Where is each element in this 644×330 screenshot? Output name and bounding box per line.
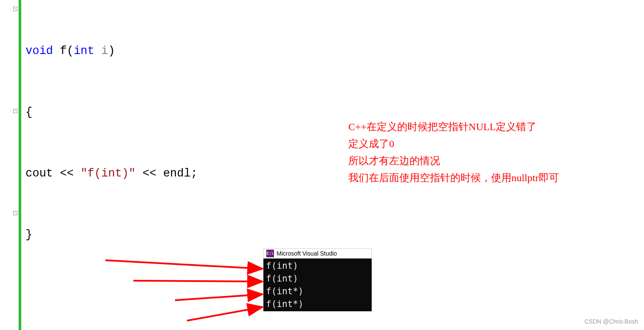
annotation-text: C++在定义的时候把空指针NULL定义错了 定义成了0 所以才有左边的情况 我们… — [348, 118, 559, 186]
function-name: f — [53, 41, 67, 61]
keyword-void: void — [25, 41, 53, 61]
annotation-line: 所以才有左边的情况 — [348, 152, 559, 169]
output-window: C:\ Microsoft Visual Studio f(int) f(int… — [263, 248, 372, 311]
operator-shift: << — [53, 163, 81, 184]
fold-toggle-icon[interactable]: - — [13, 109, 17, 113]
annotation-line: 我们在后面使用空指针的时候，使用nullptr即可 — [348, 169, 559, 186]
semicolon: ; — [191, 163, 198, 184]
operator-shift: << — [136, 163, 163, 184]
identifier-endl: endl — [163, 163, 191, 184]
output-titlebar[interactable]: C:\ Microsoft Visual Studio — [263, 248, 372, 259]
string-literal: "f(int)" — [81, 163, 136, 184]
vs-logo-icon: C:\ — [266, 250, 274, 257]
annotation-line: C++在定义的时候把空指针NULL定义错了 — [348, 118, 559, 135]
identifier-cout: cout — [25, 163, 53, 184]
annotation-line: 定义成了0 — [348, 135, 559, 152]
code-line: } — [25, 225, 204, 245]
type-int: int — [73, 41, 94, 61]
code-editor: - - - void f(int i) { cout << "f(int)" <… — [0, 0, 204, 330]
code-line: void f(int i) — [25, 41, 204, 61]
code-content[interactable]: void f(int i) { cout << "f(int)" << endl… — [19, 0, 204, 330]
paren: ( — [67, 41, 73, 61]
fold-toggle-icon[interactable]: - — [13, 211, 17, 215]
paren: ) — [108, 41, 115, 61]
output-row: f(int) — [266, 259, 369, 272]
param-name: i — [94, 41, 108, 61]
code-line-empty — [25, 286, 204, 306]
output-row: f(int*) — [266, 285, 369, 298]
fold-toggle-icon[interactable]: - — [13, 7, 17, 11]
output-console[interactable]: f(int) f(int) f(int*) f(int*) — [263, 259, 372, 311]
code-line: cout << "f(int)" << endl; — [25, 163, 204, 184]
output-row: f(int*) — [266, 298, 369, 310]
code-line: { — [25, 102, 204, 122]
watermark-text: CSDN @Chris·Bosh — [585, 318, 638, 325]
brace-open: { — [25, 102, 32, 122]
output-row: f(int) — [266, 272, 369, 285]
editor-gutter: - - - — [0, 0, 19, 330]
output-title: Microsoft Visual Studio — [277, 250, 337, 257]
brace-close: } — [25, 225, 32, 245]
